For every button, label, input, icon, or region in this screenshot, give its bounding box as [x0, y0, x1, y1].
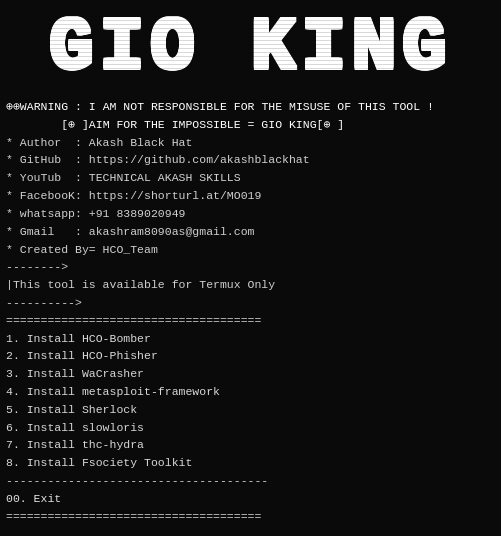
menu-item-1[interactable]: 1. Install HCO-Bomber	[6, 330, 495, 348]
menu-item-7[interactable]: 7. Install thc-hydra	[6, 436, 495, 454]
warning-line: ⊕⊕WARNING : I AM NOT RESPONSIBLE FOR THE…	[6, 98, 495, 116]
arrow2-line: ---------->	[6, 294, 495, 312]
youtube-line: * YouTub : TECHNICAL AKASH SKILLS	[6, 169, 495, 187]
menu-item-4[interactable]: 4. Install metasploit-framework	[6, 383, 495, 401]
menu-item-5[interactable]: 5. Install Sherlock	[6, 401, 495, 419]
prompt-line: $:	[6, 526, 495, 537]
created-line: * Created By= HCO_Team	[6, 241, 495, 259]
separator2: --------------------------------------	[6, 472, 495, 490]
arrow-line: -------->	[6, 258, 495, 276]
app-container: ⊕⊕WARNING : I AM NOT RESPONSIBLE FOR THE…	[0, 0, 501, 536]
gmail-line: * Gmail : akashram8090as@gmail.com	[6, 223, 495, 241]
separator1: =====================================	[6, 312, 495, 330]
terminal-content: ⊕⊕WARNING : I AM NOT RESPONSIBLE FOR THE…	[0, 96, 501, 536]
available-line: |This tool is available for Termux Only	[6, 276, 495, 294]
pixel-title-canvas	[6, 8, 496, 90]
author-line: * Author : Akash Black Hat	[6, 134, 495, 152]
separator3: =====================================	[6, 508, 495, 526]
whatsapp-line: * whatsapp: +91 8389020949	[6, 205, 495, 223]
facebook-line: * FacebooK: https://shorturl.at/MO019	[6, 187, 495, 205]
menu-list: 1. Install HCO-Bomber2. Install HCO-Phis…	[6, 330, 495, 473]
aim-line: [⊕ ]AIM FOR THE IMPOSSIBLE = GIO KING[⊕ …	[6, 116, 495, 134]
menu-item-2[interactable]: 2. Install HCO-Phisher	[6, 347, 495, 365]
menu-item-8[interactable]: 8. Install Fsociety Toolkit	[6, 454, 495, 472]
menu-item-3[interactable]: 3. Install WaCrasher	[6, 365, 495, 383]
github-line: * GitHub : https://github.com/akashblack…	[6, 151, 495, 169]
title-banner	[0, 0, 501, 96]
menu-item-6[interactable]: 6. Install slowloris	[6, 419, 495, 437]
exit-item: 00. Exit	[6, 490, 495, 508]
